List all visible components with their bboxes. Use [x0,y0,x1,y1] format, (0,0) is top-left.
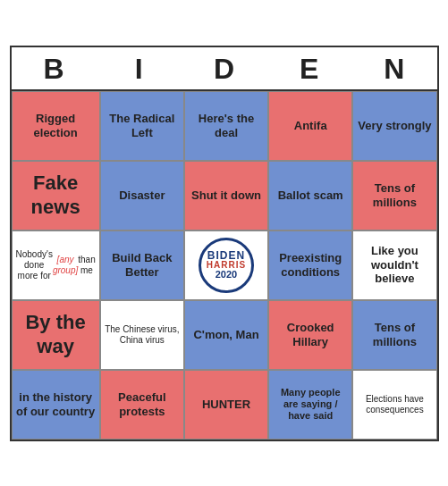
cell-4-4: Elections have consequences [352,370,436,440]
bingo-header: B I D E N [12,47,437,89]
cell-1-1: Disaster [100,161,184,230]
cell-4-3: Many people are saying / have said [268,370,352,440]
biden-harris-logo: BIDEN HARRIS 2020 [199,238,254,293]
cell-1-0: Fake news [12,161,100,230]
bingo-card: B I D E N Rigged election The Radical Le… [10,46,439,441]
header-d: D [188,53,259,86]
cell-1-3: Ballot scam [268,161,352,230]
cell-2-2-free: BIDEN HARRIS 2020 [184,230,268,300]
cell-2-0: Nobody's done more for [any group] than … [12,230,100,300]
cell-0-2: Here's the deal [184,91,268,161]
cell-1-2: Shut it down [184,161,268,230]
cell-2-3: Preexisting conditions [268,230,352,300]
cell-3-2: C'mon, Man [184,300,268,370]
cell-3-3: Crooked Hillary [268,300,352,370]
cell-0-1: The Radical Left [100,91,184,161]
header-e: E [274,53,345,86]
cell-3-4: Tens of millions [352,300,436,370]
header-n: N [359,53,430,86]
bingo-grid: Rigged election The Radical Left Here's … [12,89,437,440]
cell-4-0: in the history of our country [12,370,100,440]
cell-4-2: HUNTER [184,370,268,440]
cell-3-0: By the way [12,300,100,370]
cell-0-4: Very strongly [352,91,436,161]
header-b: B [18,53,89,86]
cell-0-3: Antifa [268,91,352,161]
cell-2-1: Build Back Better [100,230,184,300]
cell-1-4: Tens of millions [352,161,436,230]
header-i: I [103,53,174,86]
cell-2-4: Like you wouldn't believe [352,230,436,300]
cell-3-1: The Chinese virus, China virus [100,300,184,370]
cell-4-1: Peaceful protests [100,370,184,440]
cell-0-0: Rigged election [12,91,100,161]
